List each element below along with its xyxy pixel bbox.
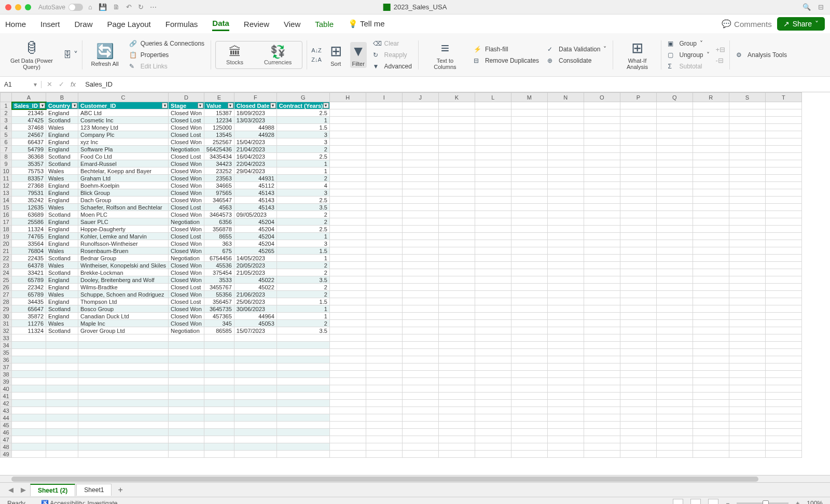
- cell-F45[interactable]: [234, 422, 276, 429]
- cell-D7[interactable]: Negotiation: [169, 146, 204, 153]
- cell-L48[interactable]: [475, 443, 511, 451]
- cell-E27[interactable]: 55356: [204, 291, 234, 298]
- cell-R43[interactable]: [693, 407, 729, 414]
- cell-B11[interactable]: Wales: [46, 175, 78, 182]
- cell-R41[interactable]: [693, 393, 729, 400]
- cell-H1[interactable]: [329, 102, 366, 109]
- cell-B17[interactable]: England: [46, 218, 78, 226]
- cell-D24[interactable]: Closed Won: [169, 269, 204, 276]
- spreadsheet-grid[interactable]: ABCDEFGHIJKLMNOPQRST1Sales_ID▾Country▾Cu…: [0, 92, 830, 475]
- cell-C41[interactable]: [78, 393, 169, 400]
- cell-N2[interactable]: [547, 109, 584, 117]
- cancel-formula-icon[interactable]: ✕: [47, 80, 52, 88]
- cell-K45[interactable]: [438, 422, 475, 429]
- cell-C11[interactable]: Graham Ltd: [78, 175, 169, 182]
- cell-Q39[interactable]: [656, 378, 693, 385]
- cell-D34[interactable]: [169, 342, 204, 349]
- cell-J6[interactable]: [402, 138, 438, 146]
- cell-R36[interactable]: [693, 356, 729, 363]
- cell-T36[interactable]: [765, 356, 801, 363]
- sheet-nav-next-icon[interactable]: ▶: [18, 486, 29, 494]
- cell-O9[interactable]: [584, 160, 620, 167]
- cell-R10[interactable]: [693, 167, 729, 175]
- cell-J20[interactable]: [402, 240, 438, 247]
- cell-M6[interactable]: [511, 138, 547, 146]
- cell-G30[interactable]: 1: [276, 313, 329, 320]
- cell-B20[interactable]: England: [46, 240, 78, 247]
- table-header-contract-years-[interactable]: Contract (Years)▾: [276, 102, 329, 109]
- cell-A11[interactable]: 83357: [12, 175, 46, 182]
- cell-A43[interactable]: [12, 407, 46, 414]
- save-icon[interactable]: 💾: [99, 3, 107, 11]
- cell-I29[interactable]: [366, 305, 402, 313]
- row-header-16[interactable]: 16: [1, 211, 12, 218]
- cell-Q1[interactable]: [656, 102, 693, 109]
- cell-I36[interactable]: [366, 356, 402, 363]
- cell-B2[interactable]: England: [46, 109, 78, 117]
- cell-P43[interactable]: [620, 407, 656, 414]
- filter-dropdown-icon[interactable]: ▾: [323, 103, 329, 108]
- cell-C26[interactable]: Wilms-Bradtke: [78, 284, 169, 291]
- cell-R40[interactable]: [693, 385, 729, 393]
- cell-J4[interactable]: [402, 124, 438, 131]
- cell-B41[interactable]: [46, 393, 78, 400]
- cell-C31[interactable]: Maple Inc: [78, 320, 169, 327]
- cell-M40[interactable]: [511, 385, 547, 393]
- cell-J18[interactable]: [402, 226, 438, 233]
- cell-C34[interactable]: [78, 342, 169, 349]
- cell-S16[interactable]: [729, 211, 765, 218]
- cell-I42[interactable]: [366, 400, 402, 407]
- cell-J19[interactable]: [402, 233, 438, 240]
- cell-M28[interactable]: [511, 298, 547, 305]
- cell-E12[interactable]: 34665: [204, 182, 234, 189]
- cell-S48[interactable]: [729, 443, 765, 451]
- cell-F42[interactable]: [234, 400, 276, 407]
- cell-G21[interactable]: 1.5: [276, 247, 329, 255]
- cell-D21[interactable]: Closed Won: [169, 247, 204, 255]
- cell-L22[interactable]: [475, 255, 511, 262]
- cell-G20[interactable]: 3: [276, 240, 329, 247]
- cell-O23[interactable]: [584, 262, 620, 269]
- cell-O4[interactable]: [584, 124, 620, 131]
- cell-F27[interactable]: 21/06/2023: [234, 291, 276, 298]
- cell-R20[interactable]: [693, 240, 729, 247]
- cell-N8[interactable]: [547, 153, 584, 160]
- cell-B39[interactable]: [46, 378, 78, 385]
- cell-P41[interactable]: [620, 393, 656, 400]
- cell-H2[interactable]: [329, 109, 366, 117]
- row-header-27[interactable]: 27: [1, 291, 12, 298]
- cell-H3[interactable]: [329, 117, 366, 124]
- cell-D39[interactable]: [169, 378, 204, 385]
- cell-Q24[interactable]: [656, 269, 693, 276]
- cell-J2[interactable]: [402, 109, 438, 117]
- cell-Q11[interactable]: [656, 175, 693, 182]
- undo-icon[interactable]: ↶: [126, 3, 132, 11]
- cell-S14[interactable]: [729, 197, 765, 204]
- cell-O19[interactable]: [584, 233, 620, 240]
- cell-D13[interactable]: Closed Won: [169, 189, 204, 197]
- cell-J31[interactable]: [402, 320, 438, 327]
- cell-O36[interactable]: [584, 356, 620, 363]
- cell-M4[interactable]: [511, 124, 547, 131]
- cell-A14[interactable]: 35242: [12, 197, 46, 204]
- cell-K34[interactable]: [438, 342, 475, 349]
- cell-B47[interactable]: [46, 436, 78, 443]
- cell-Q9[interactable]: [656, 160, 693, 167]
- cell-D5[interactable]: Closed Lost: [169, 131, 204, 138]
- cell-A9[interactable]: 35357: [12, 160, 46, 167]
- col-header-R[interactable]: R: [693, 93, 729, 102]
- cell-J26[interactable]: [402, 284, 438, 291]
- cell-A49[interactable]: [12, 451, 46, 458]
- cell-L26[interactable]: [475, 284, 511, 291]
- cell-B46[interactable]: [46, 429, 78, 436]
- cell-H16[interactable]: [329, 211, 366, 218]
- whatif-analysis-button[interactable]: ⊞ What-If Analysis: [617, 39, 657, 70]
- cell-K41[interactable]: [438, 393, 475, 400]
- cell-I11[interactable]: [366, 175, 402, 182]
- filter-dropdown-icon[interactable]: ▾: [270, 103, 276, 108]
- cell-C47[interactable]: [78, 436, 169, 443]
- cell-G42[interactable]: [276, 400, 329, 407]
- cell-M11[interactable]: [511, 175, 547, 182]
- cell-Q14[interactable]: [656, 197, 693, 204]
- cell-P33[interactable]: [620, 334, 656, 342]
